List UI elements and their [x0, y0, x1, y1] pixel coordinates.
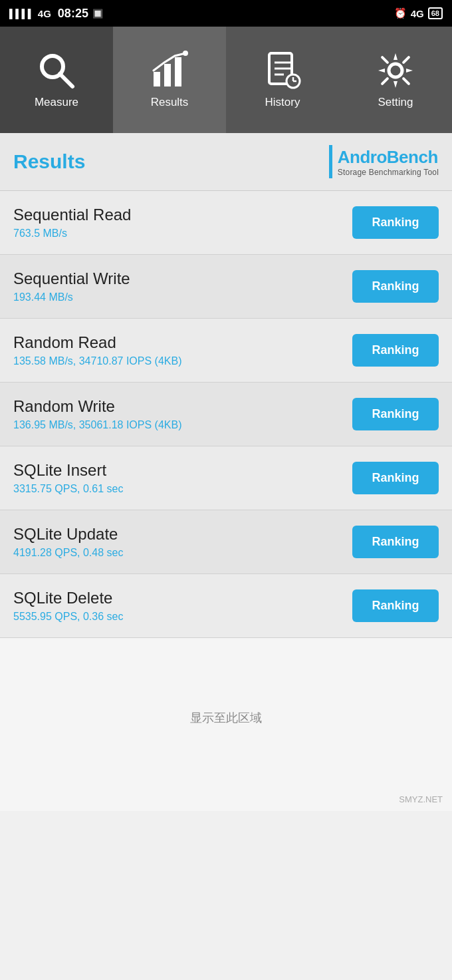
result-name: SQLite Insert [13, 461, 123, 480]
result-value: 4191.28 QPS, 0.48 sec [13, 547, 123, 559]
nav-tabs: Measure Results History [0, 27, 452, 133]
ranking-button[interactable]: Ranking [352, 270, 439, 303]
result-info: SQLite Insert 3315.75 QPS, 0.61 sec [13, 461, 123, 495]
tab-history[interactable]: History [226, 27, 339, 133]
network-icon-right: 4G [411, 8, 424, 19]
tab-results-label: Results [151, 96, 189, 109]
result-item: Sequential Write 193.44 MB/s Ranking [0, 255, 452, 319]
svg-point-13 [389, 64, 402, 77]
alarm-icon: ⏰ [394, 7, 407, 19]
result-name: Sequential Write [13, 269, 130, 288]
brand-name-part1: Andro [338, 147, 387, 167]
footer: 显示至此区域 SMYZ.NET [0, 638, 452, 811]
result-value: 763.5 MB/s [13, 228, 131, 240]
brand-name: AndroBench [338, 147, 439, 168]
notification-icon: 🔲 [92, 9, 103, 19]
document-icon [263, 51, 302, 90]
status-bar: ▌▌▌▌ 4G 08:25 🔲 ⏰ 4G 68 [0, 0, 452, 27]
result-item: Sequential Read 763.5 MB/s Ranking [0, 191, 452, 255]
svg-line-1 [60, 74, 72, 86]
battery-indicator: 68 [428, 7, 443, 19]
brand-bar-accent [329, 145, 332, 178]
tab-setting-label: Setting [378, 96, 413, 109]
network-type: 4G [38, 8, 51, 19]
results-header: Results AndroBench Storage Benchmarking … [0, 133, 452, 191]
result-info: Sequential Write 193.44 MB/s [13, 269, 130, 303]
brand-logo: AndroBench Storage Benchmarking Tool [329, 145, 439, 178]
svg-rect-4 [175, 57, 181, 86]
gear-icon [376, 51, 415, 90]
svg-point-5 [183, 51, 188, 56]
result-value: 136.95 MB/s, 35061.18 IOPS (4KB) [13, 419, 181, 431]
tab-measure-label: Measure [35, 96, 78, 109]
time: 08:25 [58, 7, 88, 21]
watermark: SMYZ.NET [399, 794, 443, 804]
result-name: Random Read [13, 333, 181, 352]
page-title: Results [13, 150, 85, 173]
result-info: SQLite Update 4191.28 QPS, 0.48 sec [13, 525, 123, 559]
ranking-button[interactable]: Ranking [352, 398, 439, 430]
result-list: Sequential Read 763.5 MB/s Ranking Seque… [0, 191, 452, 638]
result-item: SQLite Insert 3315.75 QPS, 0.61 sec Rank… [0, 446, 452, 510]
brand-text: AndroBench Storage Benchmarking Tool [338, 147, 439, 177]
svg-rect-3 [164, 64, 171, 86]
brand-sub: Storage Benchmarking Tool [338, 168, 439, 177]
result-item: Random Write 136.95 MB/s, 35061.18 IOPS … [0, 383, 452, 446]
ranking-button[interactable]: Ranking [352, 462, 439, 494]
ranking-button[interactable]: Ranking [352, 206, 439, 239]
result-info: Random Read 135.58 MB/s, 34710.87 IOPS (… [13, 333, 181, 367]
search-icon [37, 51, 76, 90]
result-value: 5535.95 QPS, 0.36 sec [13, 611, 123, 623]
result-name: Random Write [13, 397, 181, 416]
result-item: Random Read 135.58 MB/s, 34710.87 IOPS (… [0, 319, 452, 383]
result-info: SQLite Delete 5535.95 QPS, 0.36 sec [13, 589, 123, 623]
status-bar-right: ⏰ 4G 68 [394, 7, 443, 19]
result-value: 193.44 MB/s [13, 291, 130, 303]
tab-history-label: History [265, 96, 300, 109]
signal-icon: ▌▌▌▌ [9, 9, 34, 19]
svg-rect-2 [154, 72, 160, 86]
result-name: SQLite Update [13, 525, 123, 544]
result-item: SQLite Delete 5535.95 QPS, 0.36 sec Rank… [0, 574, 452, 638]
ranking-button[interactable]: Ranking [352, 526, 439, 558]
result-info: Sequential Read 763.5 MB/s [13, 206, 131, 240]
status-bar-left: ▌▌▌▌ 4G 08:25 🔲 [9, 7, 103, 21]
ranking-button[interactable]: Ranking [352, 589, 439, 622]
tab-setting[interactable]: Setting [339, 27, 452, 133]
result-value: 3315.75 QPS, 0.61 sec [13, 483, 123, 495]
footer-display-text: 显示至此区域 [190, 710, 262, 726]
brand-name-part2: Bench [387, 147, 438, 167]
result-name: SQLite Delete [13, 589, 123, 607]
result-value: 135.58 MB/s, 34710.87 IOPS (4KB) [13, 355, 181, 367]
tab-measure[interactable]: Measure [0, 27, 113, 133]
result-name: Sequential Read [13, 206, 131, 224]
result-info: Random Write 136.95 MB/s, 35061.18 IOPS … [13, 397, 181, 431]
ranking-button[interactable]: Ranking [352, 334, 439, 367]
tab-results[interactable]: Results [113, 27, 226, 133]
chart-icon [150, 51, 189, 90]
result-item: SQLite Update 4191.28 QPS, 0.48 sec Rank… [0, 510, 452, 574]
